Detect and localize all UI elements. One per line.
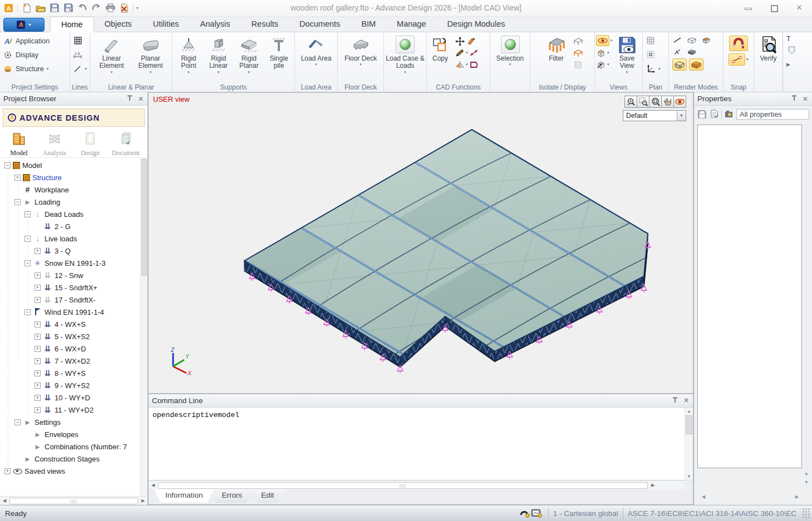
zoom-in-out-icon[interactable] bbox=[624, 96, 637, 108]
undo-icon[interactable] bbox=[76, 2, 88, 14]
tab-document[interactable]: Document bbox=[109, 130, 142, 157]
single-pile-button[interactable]: Single pile bbox=[264, 34, 293, 75]
floor-deck-button[interactable]: Floor Deck▾ bbox=[341, 34, 380, 67]
wireframe-mode-icon[interactable] bbox=[672, 35, 682, 45]
tree-item[interactable]: ▶Envelopes bbox=[0, 428, 140, 440]
axes-button[interactable]: ▾ bbox=[644, 62, 667, 76]
workplane-grid2-button[interactable] bbox=[644, 48, 667, 62]
output-tab-errors[interactable]: Errors bbox=[211, 489, 254, 503]
tree-expander[interactable]: − bbox=[24, 309, 31, 315]
scroll-left-icon[interactable]: ◀ bbox=[149, 483, 158, 488]
ribbon-tab-home[interactable]: Home bbox=[50, 17, 94, 33]
tree-expander[interactable]: + bbox=[35, 248, 41, 254]
magnet-snap-icon[interactable] bbox=[729, 36, 748, 51]
scroll-left-icon[interactable]: ◀ bbox=[702, 494, 705, 499]
print-icon[interactable] bbox=[104, 2, 116, 14]
move-icon[interactable] bbox=[455, 36, 465, 46]
tree-expander[interactable]: + bbox=[35, 383, 41, 389]
ribbon-scroll-right-icon[interactable]: ▶ bbox=[786, 62, 790, 67]
scroll-right-icon[interactable]: ▶ bbox=[139, 498, 147, 503]
ribbon-tab-results[interactable]: Results bbox=[241, 17, 289, 32]
pin-icon[interactable] bbox=[791, 95, 798, 102]
tree-item[interactable]: ⇊2 - G bbox=[0, 220, 140, 232]
app-logo-icon[interactable]: A bbox=[2, 2, 14, 14]
ribbon-tab-analysis[interactable]: Analysis bbox=[190, 17, 241, 32]
trim-icon[interactable] bbox=[469, 59, 479, 70]
property-filter-icon[interactable] bbox=[724, 109, 734, 119]
display-status-icon[interactable] bbox=[532, 508, 543, 518]
tree-item[interactable]: +⇊6 - WX+D bbox=[0, 343, 140, 355]
scroll-down-icon[interactable]: ▼ bbox=[685, 474, 693, 478]
design-codes-indicator[interactable]: ASCE 7-16\EC8\EC1\ACI 318-14\AISC 360-10… bbox=[623, 508, 801, 519]
close-icon[interactable]: ✕ bbox=[137, 95, 144, 103]
verify-button[interactable]: Verify bbox=[755, 34, 781, 62]
redo-icon[interactable] bbox=[90, 2, 102, 14]
tree-item[interactable]: −↓Dead Loads bbox=[0, 208, 140, 220]
tree-item[interactable]: −Wind EN 1991-1-4 bbox=[0, 306, 140, 318]
tree-item[interactable]: −▶Loading bbox=[0, 196, 140, 208]
close-document-icon[interactable] bbox=[118, 2, 130, 14]
close-button[interactable]: ✕ bbox=[794, 3, 804, 12]
pencil-icon[interactable] bbox=[455, 48, 465, 58]
selection-button[interactable]: Selection ▾ bbox=[491, 34, 529, 67]
pin-icon[interactable] bbox=[126, 95, 133, 102]
render-status-icon[interactable] bbox=[519, 508, 530, 518]
section-line-mode-icon[interactable] bbox=[672, 47, 682, 57]
tree-item[interactable]: −↓Live loads bbox=[0, 232, 140, 245]
tree-item[interactable]: +⇊11 - WY+D2 bbox=[0, 404, 140, 416]
tree-item[interactable]: #Workplane bbox=[0, 183, 140, 196]
tree-item[interactable]: +⇊5 - WX+S2 bbox=[0, 330, 140, 343]
zoom-extents-icon[interactable] bbox=[649, 96, 662, 108]
tree-vertical-scrollbar[interactable] bbox=[140, 158, 147, 496]
tree-item[interactable]: +⇊8 - WY+S bbox=[0, 367, 140, 379]
tree-item[interactable]: +⇊12 - Snw bbox=[0, 269, 140, 281]
command-horizontal-scrollbar[interactable]: ◀ ▶ bbox=[149, 480, 685, 489]
grid-button[interactable] bbox=[71, 34, 88, 48]
model-cad-viewport[interactable]: USER view Default ▼ Z X Y bbox=[148, 92, 693, 394]
save-properties-icon[interactable] bbox=[697, 109, 707, 119]
ghost-display-icon[interactable] bbox=[573, 59, 583, 70]
tree-expander[interactable]: + bbox=[35, 272, 41, 279]
tree-expander[interactable]: + bbox=[35, 297, 41, 303]
application-button[interactable]: A Application bbox=[1, 34, 68, 48]
render-solid-sections-icon[interactable] bbox=[689, 58, 703, 71]
planar-element-button[interactable]: Planar Element▾ bbox=[131, 34, 170, 75]
load-area-button[interactable]: Load Area▾ bbox=[297, 34, 336, 67]
chevron-down-icon[interactable]: ▼ bbox=[677, 111, 686, 121]
tree-expander[interactable]: + bbox=[35, 358, 41, 364]
mirror-icon[interactable] bbox=[455, 59, 465, 70]
tree-item[interactable]: +⇊7 - WX+D2 bbox=[0, 355, 140, 367]
tree-expander[interactable]: + bbox=[35, 370, 41, 376]
workplane-grid-button[interactable] bbox=[644, 34, 667, 48]
orbit-icon[interactable] bbox=[673, 96, 686, 108]
tree-expander[interactable]: + bbox=[35, 285, 41, 291]
minimize-button[interactable] bbox=[743, 3, 753, 12]
filter-button[interactable]: Filter bbox=[542, 34, 571, 70]
command-input-area[interactable]: opendescriptivemodel ▲ ▼ bbox=[149, 408, 693, 480]
tab-model[interactable]: Model bbox=[2, 130, 36, 157]
save-as-icon[interactable] bbox=[62, 2, 75, 14]
divide-icon[interactable] bbox=[469, 48, 479, 58]
render-wire-sections-icon[interactable] bbox=[672, 58, 687, 71]
isolate-wire-icon[interactable] bbox=[573, 36, 583, 46]
tree-expander[interactable]: + bbox=[35, 321, 41, 328]
tree-expander[interactable]: − bbox=[24, 236, 31, 242]
ribbon-tab-design-modules[interactable]: Design Modules bbox=[436, 17, 515, 32]
tree-item[interactable]: −✳Snow EN 1991-1-3 bbox=[0, 257, 140, 269]
tree-item[interactable]: +⇊10 - WY+D bbox=[0, 391, 140, 404]
properties-filter-dropdown[interactable]: All properties bbox=[736, 109, 809, 120]
structure-button[interactable]: Structure▾ bbox=[1, 62, 68, 76]
close-icon[interactable]: ✕ bbox=[802, 95, 809, 103]
tree-item[interactable]: −Model bbox=[0, 159, 140, 171]
close-icon[interactable]: ✕ bbox=[683, 396, 690, 404]
tree-expander[interactable]: − bbox=[4, 162, 11, 168]
tree-expander[interactable]: + bbox=[35, 395, 41, 401]
tree-item[interactable]: +⇊9 - WY+S2 bbox=[0, 379, 140, 391]
display-button[interactable]: Display bbox=[1, 48, 68, 62]
tree-expander[interactable]: − bbox=[24, 211, 31, 217]
scrollbar-thumb[interactable] bbox=[158, 482, 648, 489]
tree-horizontal-scrollbar[interactable]: ◀ ▶ bbox=[0, 496, 147, 505]
view-preset-combobox[interactable]: Default ▼ bbox=[623, 110, 686, 121]
solid-mode-icon[interactable] bbox=[687, 47, 697, 57]
copy-button[interactable]: Copy bbox=[428, 34, 452, 70]
